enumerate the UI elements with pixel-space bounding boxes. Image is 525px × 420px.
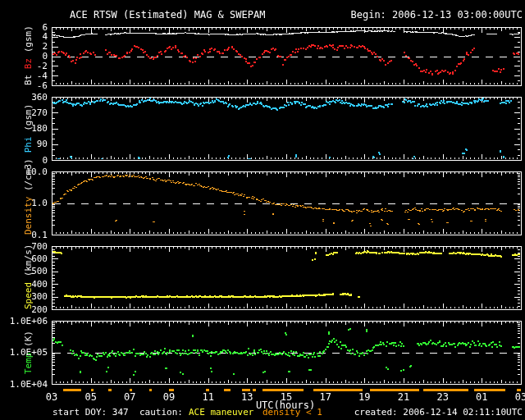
start-doy-label: start DOY: 347 xyxy=(52,407,129,418)
y-tick-label: 1.0E+04 xyxy=(2,379,48,390)
ace-rtsw-plot: ACE RTSW (Estimated) MAG & SWEPAM Begin:… xyxy=(0,0,525,420)
y-tick-label: 270 xyxy=(2,107,48,118)
y-tick-label: 90 xyxy=(2,139,48,149)
created-timestamp: created: 2006-12-14 02:11:10UTC xyxy=(354,407,523,418)
y-tick-label: 300 xyxy=(2,291,48,302)
x-tick-label: 03 xyxy=(39,391,64,403)
y-tick-label: 1.0 xyxy=(2,198,48,208)
ace-maneuver-label: ACE maneuver xyxy=(189,407,253,418)
x-tick-label: 01 xyxy=(469,391,494,403)
y-tick-label: 600 xyxy=(2,253,48,264)
x-tick-label: 03 xyxy=(509,391,525,403)
y-tick-label: 1.0E+06 xyxy=(2,316,48,326)
y-axis-label-part: (/cm3) xyxy=(23,158,34,196)
y-tick-label: 10.0 xyxy=(2,167,48,177)
begin-timestamp: Begin: 2006-12-13 03:00:00UTC xyxy=(350,9,523,21)
caution-label: caution: xyxy=(139,407,183,418)
x-tick-label: 09 xyxy=(157,391,181,403)
y-tick-label: 700 xyxy=(2,241,48,252)
x-tick-label: 07 xyxy=(117,391,142,403)
chart-canvas xyxy=(0,0,525,420)
y-tick-label: 400 xyxy=(2,279,48,290)
y-tick-label: 360 xyxy=(2,92,48,103)
y-tick-label: 1.0E+05 xyxy=(2,347,48,358)
x-tick-label: 11 xyxy=(196,391,221,403)
x-tick-label: 19 xyxy=(352,391,377,403)
y-tick-label: 500 xyxy=(2,266,48,276)
density-caution-label: density < 1 xyxy=(262,407,322,418)
y-tick-label: 200 xyxy=(2,304,48,315)
y-tick-label: 180 xyxy=(2,123,48,134)
y-tick-label: -6 xyxy=(2,80,48,91)
x-tick-label: 23 xyxy=(431,391,455,403)
x-tick-label: 05 xyxy=(79,391,103,403)
y-tick-label: 0.1 xyxy=(2,230,48,240)
page-title: ACE RTSW (Estimated) MAG & SWEPAM xyxy=(70,9,265,21)
x-tick-label: 21 xyxy=(391,391,416,403)
